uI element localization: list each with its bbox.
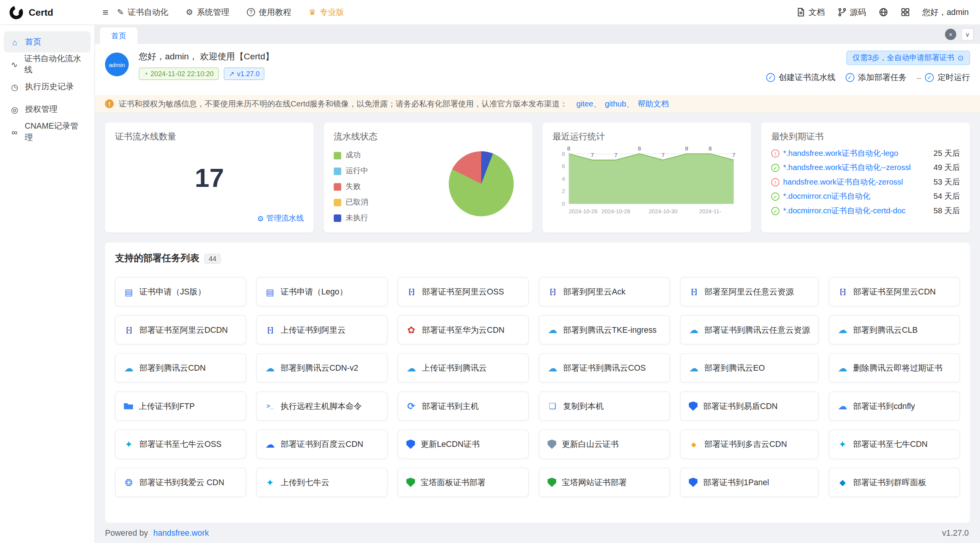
language-switch[interactable] (879, 8, 888, 17)
app-logo[interactable]: Certd (0, 0, 95, 25)
task-card[interactable]: 部署至阿里云任意云资源 (680, 277, 818, 306)
task-card[interactable]: 上传证书到阿里云 (256, 315, 387, 345)
cert-name-link[interactable]: *.handsfree.work证书自动化-lego (783, 148, 926, 159)
pipeline-status-card: 流水线状态 成功 运行中 (324, 123, 532, 232)
menu-item-icon: ? (247, 8, 255, 16)
task-card[interactable]: 证书申请（Lego） (256, 277, 387, 306)
step-label: 添加部署任务 (858, 72, 906, 83)
legend-swatch (334, 167, 341, 175)
task-card[interactable]: 部署证书到百度云CDN (256, 430, 387, 459)
days-remaining: 25 天后 (934, 148, 960, 159)
top-menu-item[interactable]: ⚙ 系统管理 (186, 7, 229, 18)
svg-text:8: 8 (562, 151, 565, 157)
task-card[interactable]: 宝塔网站证书部署 (539, 468, 670, 497)
sidebar-item[interactable]: ∞ CNAME记录管理 (4, 121, 91, 143)
tab-options-chevron-icon[interactable]: ∨ (961, 28, 974, 41)
task-card[interactable]: 部署证书到cdnfly (829, 391, 960, 421)
task-icon (689, 478, 697, 487)
task-card[interactable]: 上传证书到腾讯云 (397, 353, 529, 383)
task-card[interactable]: 部署到腾讯云CDN (115, 353, 246, 383)
promo-pill[interactable]: 仅需3步，全自动申请部署证书 ⊙ (846, 51, 970, 65)
task-card[interactable]: 部署证书至阿里云CDN (829, 277, 960, 306)
task-card[interactable]: 部署证书到主机 (397, 391, 529, 421)
task-icon (124, 439, 134, 449)
svg-text:8: 8 (638, 146, 641, 152)
task-icon (124, 478, 134, 487)
cert-name-link[interactable]: *.docmirror.cn证书自动化-certd-doc (783, 206, 926, 216)
task-card[interactable]: 部署证书到多吉云CDN (680, 430, 818, 459)
cert-name-link[interactable]: *.handsfree.work证书自动化--zerossl (783, 162, 926, 173)
notice-link[interactable]: 帮助文档 (638, 99, 669, 108)
sidebar-item[interactable]: ◷ 执行历史记录 (4, 76, 91, 98)
notice-link[interactable]: github、 (605, 99, 634, 108)
task-icon (838, 401, 848, 411)
docs-link[interactable]: 文档 (796, 7, 825, 18)
task-card[interactable]: 部署证书到腾讯云COS (539, 353, 670, 383)
task-card[interactable]: 更新白山云证书 (539, 430, 670, 459)
task-icon (838, 363, 848, 373)
sidebar-item[interactable]: ∿ 证书自动化流水线 (4, 54, 91, 75)
task-card[interactable]: 部署证书至七牛CDN (829, 430, 960, 459)
task-card[interactable]: 宝塔面板证书部署 (397, 468, 529, 497)
task-icon (547, 401, 557, 411)
top-menu-item[interactable]: ✎ 证书自动化 (117, 7, 168, 18)
avatar: admin (105, 52, 129, 76)
task-icon (838, 478, 848, 487)
task-card[interactable]: 部署证书到我爱云 CDN (115, 468, 246, 497)
task-card[interactable]: 部署到腾讯云CLB (829, 315, 960, 345)
menu-item-label: 系统管理 (197, 7, 229, 18)
task-card[interactable]: 上传到七牛云 (256, 468, 387, 497)
task-icon (406, 363, 416, 373)
task-card[interactable]: 部署到阿里云Ack (539, 277, 670, 306)
task-card[interactable]: 部署证书到易盾CDN (680, 391, 818, 421)
status-icon (771, 178, 779, 186)
task-card[interactable]: 部署证书至华为云CDN (397, 315, 529, 345)
tab-label: 首页 (111, 30, 126, 41)
widget-menu[interactable] (900, 8, 910, 17)
task-card[interactable]: 部署到腾讯云EO (680, 353, 818, 383)
close-tabs-icon[interactable]: × (945, 29, 956, 40)
days-remaining: 54 天后 (934, 191, 960, 202)
version-badge: ↗ v1.27.0 (224, 67, 265, 80)
svg-text:2024-10-28: 2024-10-28 (601, 208, 630, 214)
datetime-badge: ◔ 2024-11-02 22:10:20 (139, 67, 219, 80)
top-menu-item[interactable]: ♛ 专业版 (309, 7, 344, 18)
setup-step: ✓ 创建证书流水线 (766, 72, 835, 83)
task-label: 部署证书到1Panel (703, 477, 769, 488)
task-card[interactable]: 部署证书到1Panel (680, 468, 818, 497)
cert-name-link[interactable]: handsfree.work证书自动化-zerossl (783, 177, 926, 188)
task-card[interactable]: 部署到腾讯云TKE-ingress (539, 315, 670, 345)
sidebar-item-label: 执行历史记录 (25, 81, 74, 92)
task-icon (265, 363, 275, 373)
handsfree-link[interactable]: handsfree.work (153, 528, 209, 538)
task-label: 部署证书至阿里云DCDN (139, 324, 228, 335)
warning-icon: ! (105, 100, 114, 108)
sidebar-item[interactable]: ⌂ 首页 (4, 31, 91, 53)
task-card[interactable]: 部署证书到群晖面板 (829, 468, 960, 497)
task-card[interactable]: 部署证书到腾讯云任意云资源 (680, 315, 818, 345)
notice-link[interactable]: gitee、 (576, 99, 601, 108)
task-card[interactable]: 删除腾讯云即将过期证书 (829, 353, 960, 383)
task-card[interactable]: 部署证书至阿里云OSS (397, 277, 529, 306)
tab-home[interactable]: 首页 (100, 28, 137, 44)
source-code-link[interactable]: 源码 (837, 7, 866, 18)
svg-text:7: 7 (732, 152, 735, 158)
task-card[interactable]: 执行远程主机脚本命令 (256, 391, 387, 421)
menu-item-label: 使用教程 (259, 7, 291, 18)
user-menu[interactable]: 您好，admin (922, 7, 969, 18)
svg-text:8: 8 (685, 146, 688, 152)
task-card[interactable]: 部署到腾讯云CDN-v2 (256, 353, 387, 383)
task-card[interactable]: 部署证书至七牛云OSS (115, 430, 246, 459)
top-menu-item[interactable]: ? 使用教程 (247, 7, 291, 18)
sidebar-collapse-icon[interactable]: ≡ (103, 7, 108, 18)
task-card[interactable]: 证书申请（JS版） (115, 277, 246, 306)
task-card[interactable]: 上传证书到FTP (115, 391, 246, 421)
manage-pipelines-link[interactable]: ⚙ 管理流水线 (115, 213, 304, 224)
task-card[interactable]: 部署证书至阿里云DCDN (115, 315, 246, 345)
task-card[interactable]: 复制到本机 (539, 391, 670, 421)
task-label: 部署证书至阿里云OSS (422, 286, 504, 297)
task-card[interactable]: 更新LeCDN证书 (397, 430, 529, 459)
recent-runs-card: 最近运行统计 02468877878872024-10-262024-10-28… (542, 123, 751, 232)
sidebar-item[interactable]: ◎ 授权管理 (4, 99, 91, 120)
cert-name-link[interactable]: *.docmirror.cn证书自动化 (783, 191, 926, 202)
